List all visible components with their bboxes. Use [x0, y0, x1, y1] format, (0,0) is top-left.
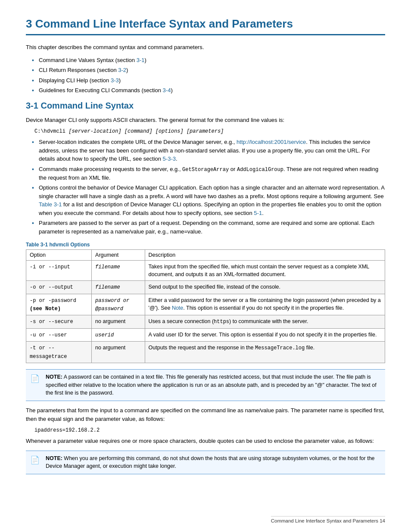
- footer-text: Command Line Interface Syntax and Parame…: [271, 518, 385, 523]
- table-row: -i or --inputfilenameTakes input from th…: [26, 261, 385, 281]
- note-icon-1: 📄: [30, 373, 40, 385]
- cell-description: Outputs the request and the response in …: [145, 342, 385, 363]
- cell-argument: filename: [92, 281, 145, 294]
- code-addlogical: AddLogicalGroup: [237, 167, 283, 173]
- cell-argument: password or @password: [92, 294, 145, 315]
- bullet-options: Options control the behavior of Device M…: [39, 184, 385, 217]
- cell-option: -i or --input: [26, 261, 92, 281]
- note-icon-2: 📄: [30, 454, 40, 466]
- toc-item-3-label: Displaying CLI Help (section: [39, 77, 111, 84]
- bullet-parameters: Parameters are passed to the server as p…: [39, 219, 385, 236]
- table-caption: Table 3-1 hdvmcli Options: [26, 242, 385, 248]
- table-row: -t or --messagetraceno argumentOutputs t…: [26, 342, 385, 363]
- options-table: Option Argument Description -i or --inpu…: [26, 249, 385, 363]
- table-ref-link[interactable]: Table 3-1: [39, 201, 62, 208]
- cell-option: -p or -password (see Note): [26, 294, 92, 315]
- note-box-1: 📄 NOTE: A password can be contained in a…: [26, 369, 385, 401]
- toc-link-1[interactable]: 3-1: [137, 57, 145, 63]
- para1: The parameters that form the input to a …: [26, 406, 385, 423]
- note2-text: When you are performing this command, do…: [46, 455, 375, 470]
- chapter-title: 3 Command Line Interface Syntax and Para…: [26, 17, 385, 35]
- cell-description: Either a valid password for the server o…: [145, 294, 385, 315]
- cell-argument: no argument: [92, 342, 145, 363]
- note2-label: NOTE:: [46, 455, 62, 461]
- options-section-link[interactable]: 5-1: [254, 210, 262, 216]
- table-row: -u or --useruseridA valid user ID for th…: [26, 328, 385, 341]
- section1-intro: Device Manager CLI only supports ASCII c…: [26, 116, 385, 124]
- table-row: -s or --secureno argumentUses a secure c…: [26, 315, 385, 328]
- table-row: -p or -password (see Note)password or @p…: [26, 294, 385, 315]
- cell-option: -u or --user: [26, 328, 92, 341]
- toc-item-4: Guidelines for Executing CLI Commands (s…: [39, 86, 385, 95]
- toc-item-1: Command Line Values Syntax (section 3-1): [39, 56, 385, 65]
- col-argument: Argument: [92, 250, 145, 261]
- code-example: ipaddress=192.168.2.2: [34, 427, 385, 433]
- toc-item-2: CLI Return Responses (section 3-2): [39, 66, 385, 75]
- cell-argument: no argument: [92, 315, 145, 328]
- toc-list: Command Line Values Syntax (section 3-1)…: [39, 56, 385, 95]
- col-description: Description: [145, 250, 385, 261]
- command-syntax: C:\hdvmcli [server-location] [command] […: [34, 128, 385, 134]
- server-location-link[interactable]: http://localhost:2001/service: [237, 139, 306, 145]
- chapter-intro: This chapter describes the command synta…: [26, 43, 385, 52]
- toc-item-2-label: CLI Return Responses (section: [39, 67, 118, 73]
- toc-item-4-label: Guidelines for Executing CLI Commands (s…: [39, 87, 163, 93]
- cell-description: Uses a secure connection (https) to comm…: [145, 315, 385, 328]
- url-section-link[interactable]: 5-3-3: [163, 156, 176, 162]
- note1-text: A password can be contained in a text fi…: [46, 374, 377, 396]
- cell-argument: userid: [92, 328, 145, 341]
- toc-link-4[interactable]: 3-4: [163, 87, 171, 93]
- toc-link-2[interactable]: 3-2: [118, 67, 126, 73]
- page-footer: Command Line Interface Syntax and Parame…: [271, 516, 385, 523]
- bullet-server-location: Server-location indicates the complete U…: [39, 138, 385, 163]
- code-getstorage: GetStorageArray: [182, 167, 229, 173]
- toc-item-1-label: Command Line Values Syntax (section: [39, 57, 137, 63]
- para2: Whenever a parameter value requires one …: [26, 437, 385, 445]
- col-option: Option: [26, 250, 92, 261]
- cell-option: -o or --output: [26, 281, 92, 294]
- note1-label: NOTE:: [46, 374, 62, 380]
- note-box-2: 📄 NOTE: When you are performing this com…: [26, 451, 385, 475]
- bullet-commands: Commands make processing requests to the…: [39, 165, 385, 182]
- toc-item-3: Displaying CLI Help (section 3-3): [39, 76, 385, 85]
- toc-link-3[interactable]: 3-3: [111, 77, 119, 84]
- section1-bullets: Server-location indicates the complete U…: [39, 138, 385, 236]
- section1-title: 3-1 Command Line Syntax: [26, 101, 385, 111]
- cell-description: Takes input from the specified file, whi…: [145, 261, 385, 281]
- cell-description: Send output to the specified file, inste…: [145, 281, 385, 294]
- cell-argument: filename: [92, 261, 145, 281]
- table-row: -o or --outputfilenameSend output to the…: [26, 281, 385, 294]
- cell-description: A valid user ID for the server. This opt…: [145, 328, 385, 341]
- cell-option: -t or --messagetrace: [26, 342, 92, 363]
- cell-option: -s or --secure: [26, 315, 92, 328]
